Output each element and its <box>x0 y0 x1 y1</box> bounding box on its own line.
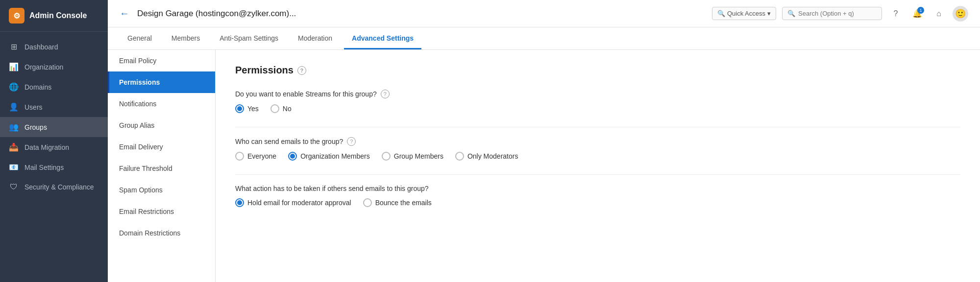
q2-option-org-members[interactable]: Organization Members <box>288 152 370 161</box>
q3-bounce-radio[interactable] <box>363 198 372 207</box>
q3-option-bounce[interactable]: Bounce the emails <box>363 198 432 207</box>
q3-label: What action has to be taken if others se… <box>235 185 960 192</box>
q2-option-everyone[interactable]: Everyone <box>235 152 276 161</box>
sidebar-item-label: Domains <box>24 83 51 91</box>
home-icon: ⌂ <box>936 9 941 18</box>
groups-icon: 👥 <box>9 122 19 132</box>
tab-general[interactable]: General <box>120 27 160 49</box>
back-arrow-icon: ← <box>120 8 129 19</box>
chevron-down-icon: ▾ <box>767 10 771 17</box>
avatar-image: 🙂 <box>955 8 966 19</box>
dashboard-icon: ⊞ <box>9 42 19 51</box>
tabs-bar: General Members Anti-Spam Settings Moder… <box>108 27 980 50</box>
help-icon: ? <box>894 9 898 18</box>
q2-only-moderators-radio[interactable] <box>455 152 464 161</box>
permissions-help-icon[interactable]: ? <box>297 66 306 75</box>
avatar[interactable]: 🙂 <box>953 6 968 22</box>
sidebar-item-groups[interactable]: 👥 Groups <box>0 117 108 137</box>
q2-org-members-radio[interactable] <box>288 152 297 161</box>
topbar-actions: 🔍 Quick Access ▾ 🔍 ? 🔔 1 ⌂ 🙂 <box>712 6 968 22</box>
quick-access-button[interactable]: 🔍 Quick Access ▾ <box>712 7 776 20</box>
sub-nav-spam-options[interactable]: Spam Options <box>108 179 215 201</box>
q2-label: Who can send emails to the group? ? <box>235 137 960 146</box>
tab-anti-spam[interactable]: Anti-Spam Settings <box>212 27 286 49</box>
search-box-icon: 🔍 <box>787 10 795 17</box>
sidebar-nav: ⊞ Dashboard 📊 Organization 🌐 Domains 👤 U… <box>0 32 108 282</box>
content-area: Email Policy Permissions Notifications G… <box>108 50 980 282</box>
sub-nav-group-alias[interactable]: Group Alias <box>108 115 215 136</box>
sub-nav-permissions[interactable]: Permissions <box>108 71 215 93</box>
q1-help-icon[interactable]: ? <box>381 90 390 98</box>
topbar: ← Design Garage (hostingcon@zylker.com).… <box>108 0 980 27</box>
q2-radio-group: Everyone Organization Members Group Memb… <box>235 152 960 161</box>
page-title: Design Garage (hostingcon@zylker.com)... <box>137 9 704 19</box>
sidebar-item-label: Organization <box>24 63 63 71</box>
q1-option-no[interactable]: No <box>270 104 292 113</box>
sub-nav-email-delivery[interactable]: Email Delivery <box>108 136 215 158</box>
q3-option-hold[interactable]: Hold email for moderator approval <box>235 198 351 207</box>
q2-help-icon[interactable]: ? <box>347 137 356 146</box>
sidebar-item-dashboard[interactable]: ⊞ Dashboard <box>0 37 108 57</box>
organization-icon: 📊 <box>9 62 19 71</box>
sidebar-item-label: Security & Compliance <box>24 183 94 191</box>
q1-label: Do you want to enable Streams for this g… <box>235 90 960 98</box>
sub-nav-email-restrictions[interactable]: Email Restrictions <box>108 201 215 222</box>
main-content: ← Design Garage (hostingcon@zylker.com).… <box>108 0 980 282</box>
tab-moderation[interactable]: Moderation <box>290 27 340 49</box>
q1-option-yes[interactable]: Yes <box>235 104 259 113</box>
sidebar-item-data-migration[interactable]: 📥 Data Migration <box>0 137 108 157</box>
sidebar-item-mail-settings[interactable]: 📧 Mail Settings <box>0 157 108 177</box>
search-box[interactable]: 🔍 <box>782 7 882 20</box>
sub-nav-domain-restrictions[interactable]: Domain Restrictions <box>108 222 215 244</box>
quick-access-label: Quick Access <box>727 10 765 17</box>
sidebar-item-organization[interactable]: 📊 Organization <box>0 57 108 77</box>
search-icon: 🔍 <box>717 10 725 17</box>
sidebar-header: ⚙ Admin Console <box>0 0 108 32</box>
sub-nav-email-policy[interactable]: Email Policy <box>108 50 215 71</box>
sidebar-item-users[interactable]: 👤 Users <box>0 97 108 117</box>
security-icon: 🛡 <box>9 183 19 191</box>
q2-group-members-radio[interactable] <box>382 152 391 161</box>
sidebar-item-security[interactable]: 🛡 Security & Compliance <box>0 177 108 197</box>
q2-option-only-moderators[interactable]: Only Moderators <box>455 152 518 161</box>
help-button[interactable]: ? <box>888 6 904 22</box>
back-button[interactable]: ← <box>120 8 129 19</box>
sidebar-item-label: Data Migration <box>24 143 69 151</box>
domains-icon: 🌐 <box>9 82 19 92</box>
form-title: Permissions ? <box>235 65 960 76</box>
q1-yes-radio[interactable] <box>235 104 244 113</box>
data-migration-icon: 📥 <box>9 142 19 152</box>
sub-nav-failure-threshold[interactable]: Failure Threshold <box>108 158 215 179</box>
sidebar: ⚙ Admin Console ⊞ Dashboard 📊 Organizati… <box>0 0 108 282</box>
notifications-button[interactable]: 🔔 1 <box>909 6 925 22</box>
tab-advanced-settings[interactable]: Advanced Settings <box>344 27 421 49</box>
notification-badge: 1 <box>917 7 924 14</box>
divider-2 <box>235 174 960 175</box>
q1-radio-group: Yes No <box>235 104 960 113</box>
divider-1 <box>235 127 960 127</box>
sidebar-item-domains[interactable]: 🌐 Domains <box>0 77 108 97</box>
q1-no-radio[interactable] <box>270 104 279 113</box>
app-icon: ⚙ <box>9 8 24 24</box>
users-icon: 👤 <box>9 102 19 112</box>
home-button[interactable]: ⌂ <box>931 6 947 22</box>
sidebar-item-label: Users <box>24 103 43 111</box>
q3-radio-group: Hold email for moderator approval Bounce… <box>235 198 960 207</box>
sub-nav-notifications[interactable]: Notifications <box>108 93 215 115</box>
tab-members[interactable]: Members <box>164 27 208 49</box>
sub-nav: Email Policy Permissions Notifications G… <box>108 50 216 282</box>
search-input[interactable] <box>798 10 877 17</box>
mail-settings-icon: 📧 <box>9 163 19 172</box>
q2-option-group-members[interactable]: Group Members <box>382 152 443 161</box>
q2-everyone-radio[interactable] <box>235 152 244 161</box>
form-panel: Permissions ? Do you want to enable Stre… <box>216 50 980 282</box>
sidebar-item-label: Mail Settings <box>24 164 64 171</box>
q3-hold-radio[interactable] <box>235 198 244 207</box>
sidebar-item-label: Dashboard <box>24 43 58 51</box>
sidebar-item-label: Groups <box>24 123 47 131</box>
app-title: Admin Console <box>29 11 87 20</box>
